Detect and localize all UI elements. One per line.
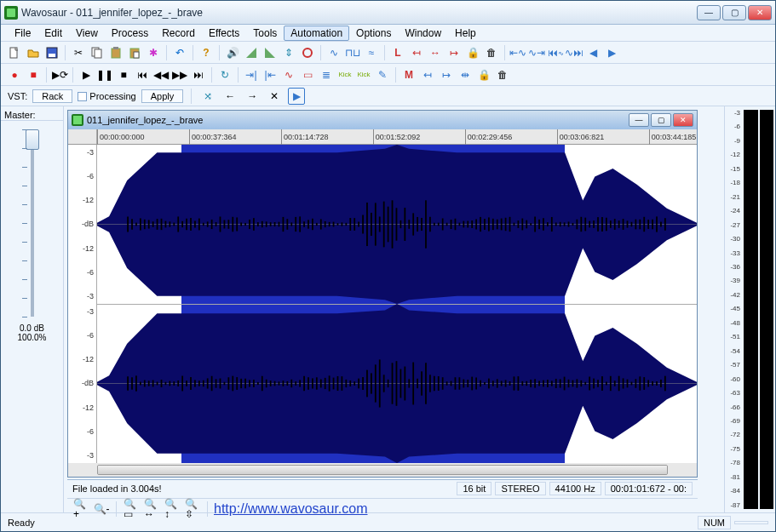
volume-icon[interactable]: 🔊 [224,44,241,61]
marker-right-icon[interactable]: ↦ [438,66,455,83]
menu-record[interactable]: Record [155,26,202,41]
playrange-icon[interactable]: ▶ [288,88,305,105]
bars-icon[interactable]: ≣ [318,66,335,83]
play-icon[interactable]: ▶ [78,66,95,83]
waveform-canvas[interactable] [97,145,697,463]
child-close-button[interactable]: ✕ [673,113,693,127]
crop-icon[interactable]: ✱ [145,44,162,61]
paste-icon[interactable] [107,44,124,61]
marker-center-icon[interactable]: ⇹ [457,66,474,83]
route-icon[interactable]: ⤨ [199,88,216,105]
loop-to-start-icon[interactable]: ⇤∿ [509,44,526,61]
open-file-icon[interactable] [25,44,42,61]
select-wave-icon[interactable]: ∿ [325,44,342,61]
vst-apply-button[interactable]: Apply [141,89,184,103]
svg-rect-176 [266,380,267,388]
master-slider[interactable] [31,129,34,317]
zoom-out-icon[interactable]: 🔍- [93,501,110,518]
clear-icon[interactable]: ✕ [266,88,283,105]
copy-icon[interactable] [89,44,106,61]
menu-process[interactable]: Process [105,26,155,41]
marker-left-icon[interactable]: ↤ [419,66,436,83]
website-link[interactable]: http://www.wavosaur.com [214,501,368,517]
edit-line-icon[interactable]: ✎ [374,66,391,83]
marker-next-icon[interactable]: ↦ [445,44,463,61]
horizontal-scrollbar[interactable] [68,463,697,477]
svg-rect-177 [270,380,272,386]
save-file-icon[interactable] [43,44,60,61]
titlebar[interactable]: Wavosaur - 011_jennifer_lopez_-_brave — … [1,1,775,25]
go-prev-icon[interactable]: ◀ [584,44,601,61]
stop-icon[interactable]: ■ [115,66,132,83]
loop-lock-icon[interactable]: 🔒 [475,66,492,83]
loop-prev-icon[interactable]: ⏮∿ [547,44,564,61]
record-icon[interactable]: ● [6,66,23,83]
new-file-icon[interactable] [6,44,23,61]
menu-help[interactable]: Help [448,26,483,41]
kick-b-icon[interactable]: Kick [355,66,372,83]
app-logo-icon [4,6,18,20]
play-loop-icon[interactable]: ▶⟳ [51,66,68,83]
fade-in-icon[interactable] [243,44,260,61]
pause-icon[interactable]: ❚❚ [96,66,113,83]
kick-a-icon[interactable]: Kick [336,66,354,83]
zoom-full-icon[interactable]: 🔍↔ [143,501,160,518]
menu-file[interactable]: File [8,26,37,41]
loop-next-icon[interactable]: ∿⏭ [566,44,583,61]
child-minimize-button[interactable]: — [629,113,649,127]
svg-rect-189 [320,380,322,388]
timeline-ruler[interactable]: 00:00:00:00000:00:37:36400:01:14:72800:0… [68,129,697,145]
repeat-icon[interactable]: ↻ [216,66,233,83]
marker-both-icon[interactable]: ↔ [427,44,444,61]
move-left-icon[interactable]: ← [221,88,239,105]
select-pulse-icon[interactable]: ⊓⊔ [344,44,361,61]
marker-prev-icon[interactable]: ↤ [408,44,425,61]
vst-processing-checkbox[interactable]: Processing [78,91,135,101]
move-right-icon[interactable]: → [244,88,261,105]
skip-end-icon[interactable]: ⏭ [190,66,207,83]
menu-window[interactable]: Window [398,26,448,41]
zoom-sel-icon[interactable]: 🔍▭ [123,501,140,518]
region-icon[interactable]: ▭ [299,66,316,83]
svg-rect-49 [274,222,276,226]
go-next-icon[interactable]: ▶ [603,44,620,61]
menu-edit[interactable]: Edit [37,26,69,41]
normalize-icon[interactable]: ⇕ [280,44,297,61]
record-stop-icon[interactable]: ■ [25,66,42,83]
close-button[interactable]: ✕ [748,5,772,20]
marker-start-icon[interactable]: L [389,44,406,61]
loop-to-end-icon[interactable]: ∿⇥ [528,44,545,61]
help-icon[interactable]: ? [198,44,215,61]
marker-delete-icon[interactable]: 🗑 [483,44,500,61]
forward-icon[interactable]: ▶▶ [171,66,188,83]
rewind-icon[interactable]: ◀◀ [152,66,170,83]
maximize-button[interactable]: ▢ [722,5,746,20]
menu-view[interactable]: View [69,26,105,41]
paste-special-icon[interactable] [126,44,143,61]
menu-automation[interactable]: Automation [284,26,349,41]
zoom-v-in-icon[interactable]: 🔍↕ [164,501,181,518]
zoom-in-icon[interactable]: 🔍+ [72,501,89,518]
svg-rect-110 [530,223,532,226]
loop-delete-icon[interactable]: 🗑 [494,66,511,83]
snap-start-icon[interactable]: ⇥| [243,66,260,83]
menu-options[interactable]: Options [349,26,398,41]
skip-start-icon[interactable]: ⏮ [134,66,151,83]
marker-m-icon[interactable]: M [400,66,417,83]
child-titlebar[interactable]: 011_jennifer_lopez_-_brave — ▢ ✕ [68,111,697,129]
vst-rack-button[interactable]: Rack [32,89,72,103]
child-maximize-button[interactable]: ▢ [651,113,671,127]
zoom-v-out-icon[interactable]: 🔍⇳ [184,501,201,518]
cut-icon[interactable]: ✂ [70,44,87,61]
envelope-icon[interactable]: ∿ [280,66,297,83]
menu-tools[interactable]: Tools [246,26,284,41]
snap-end-icon[interactable]: |⇤ [262,66,279,83]
marker-lock-icon[interactable]: 🔒 [464,44,481,61]
fade-out-icon[interactable] [262,44,279,61]
menu-effects[interactable]: Effects [202,26,246,41]
select-noise-icon[interactable]: ≈ [363,44,380,61]
gain-icon[interactable] [299,44,316,61]
minimize-button[interactable]: — [697,5,721,20]
svg-rect-246 [560,379,561,387]
undo-icon[interactable]: ↶ [171,44,188,61]
